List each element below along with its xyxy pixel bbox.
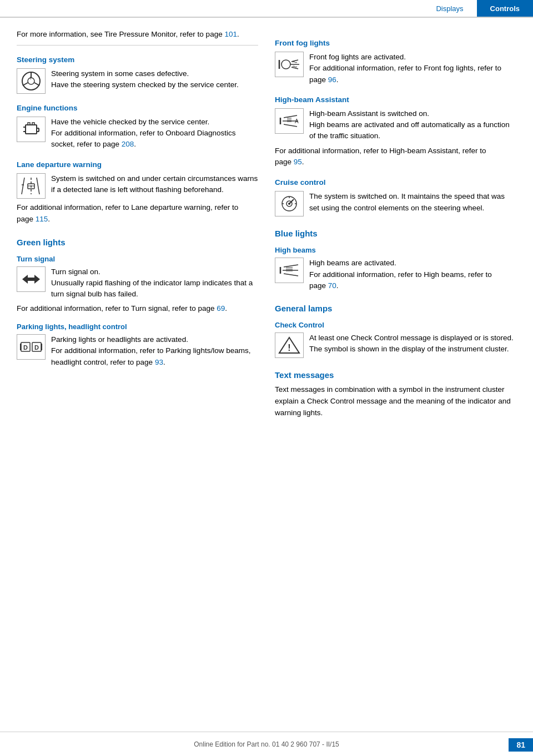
svg-point-43	[288, 203, 290, 205]
check-control-text: At least one Check Control message is di…	[309, 332, 516, 358]
front-fog-lights-block: Front fog lights are activated. For addi…	[275, 52, 516, 85]
high-beam-page-link[interactable]: 95	[294, 158, 302, 166]
steering-warning-icon: !	[17, 68, 46, 94]
tab-displays[interactable]: Displays	[423, 0, 476, 17]
parking-lights-block: D D Parking lights or headlights are act…	[17, 334, 258, 368]
cruise-control-icon	[275, 191, 304, 216]
high-beams-icon	[275, 258, 304, 283]
cruise-control-block: The system is switched on. It maintains …	[275, 191, 516, 216]
svg-text:D: D	[23, 344, 28, 351]
lane-departure-title: Lane departure warning	[17, 160, 258, 169]
svg-text:D: D	[34, 344, 39, 351]
engine-page-link[interactable]: 208	[122, 140, 134, 148]
svg-rect-8	[32, 123, 34, 125]
svg-line-50	[284, 274, 298, 276]
svg-rect-7	[28, 123, 30, 125]
lane-departure-more: For additional information, refer to Lan…	[17, 202, 258, 225]
page-header: Displays Controls	[0, 0, 533, 18]
page-content: For more information, see Tire Pressure …	[0, 18, 533, 456]
turn-signal-icon	[17, 266, 46, 292]
front-fog-lights-text: Front fog lights are activated. For addi…	[309, 52, 516, 85]
lane-departure-text: System is switched on and under certain …	[51, 173, 258, 199]
check-control-icon: !	[275, 332, 304, 358]
svg-text:!: !	[30, 75, 32, 80]
svg-line-15	[22, 178, 24, 194]
page-number: 81	[509, 738, 533, 752]
svg-line-35	[284, 124, 297, 127]
high-beams-title: High beams	[275, 246, 516, 254]
engine-icon	[17, 117, 46, 142]
high-beams-block: High beams are activated. For additional…	[275, 258, 516, 291]
high-beams-page-link[interactable]: 70	[328, 281, 336, 290]
intro-page-link[interactable]: 101	[224, 30, 237, 38]
front-fog-lights-title: Front fog lights	[275, 39, 516, 47]
lane-departure-icon	[17, 173, 46, 199]
parking-page-link[interactable]: 93	[155, 358, 163, 366]
green-lights-title: Green lights	[17, 238, 258, 247]
high-beam-assistant-title: High-beam Assistant	[275, 95, 516, 104]
svg-text:A: A	[295, 118, 299, 124]
engine-functions-block: Have the vehicle checked by the service …	[17, 117, 258, 150]
general-lamps-title: General lamps	[275, 304, 516, 313]
turn-signal-page-link[interactable]: 69	[217, 304, 225, 313]
front-fog-lights-icon	[275, 52, 304, 77]
steering-system-text: Steering system in some cases defective.…	[51, 68, 258, 94]
high-beam-assistant-text: High-beam Assistant is switched on. High…	[309, 108, 516, 142]
header-tabs: Displays Controls	[423, 0, 533, 17]
high-beam-assistant-block: A High-beam Assistant is switched on. Hi…	[275, 108, 516, 142]
divider-top	[17, 45, 258, 46]
steering-system-title: Steering system	[17, 56, 258, 64]
high-beams-text: High beams are activated. For additional…	[309, 258, 516, 291]
svg-line-3	[23, 83, 28, 85]
engine-functions-title: Engine functions	[17, 104, 258, 112]
svg-point-27	[281, 60, 290, 69]
lane-page-link[interactable]: 115	[36, 215, 48, 223]
footer: Online Edition for Part no. 01 40 2 960 …	[0, 732, 533, 756]
svg-line-29	[291, 60, 298, 62]
svg-marker-20	[22, 275, 40, 284]
footer-text: Online Edition for Part no. 01 40 2 960 …	[194, 740, 339, 748]
svg-line-34	[284, 115, 297, 118]
svg-line-49	[284, 265, 298, 267]
svg-rect-6	[26, 125, 37, 134]
text-messages-body: Text messages in combination with a symb…	[275, 384, 516, 419]
blue-lights-title: Blue lights	[275, 229, 516, 238]
steering-system-block: ! Steering system in some cases defectiv…	[17, 68, 258, 94]
svg-line-30	[291, 67, 298, 69]
lane-departure-block: System is switched on and under certain …	[17, 173, 258, 199]
intro-paragraph: For more information, see Tire Pressure …	[17, 29, 258, 41]
check-control-title: Check Control	[275, 321, 516, 329]
parking-lights-title: Parking lights, headlight control	[17, 322, 258, 331]
turn-signal-block: Turn signal on. Unusually rapid flashing…	[17, 266, 258, 300]
turn-signal-text: Turn signal on. Unusually rapid flashing…	[51, 266, 258, 300]
left-column: For more information, see Tire Pressure …	[17, 29, 258, 422]
cruise-control-title: Cruise control	[275, 178, 516, 187]
fog-page-link[interactable]: 96	[328, 75, 336, 84]
parking-lights-icon: D D	[17, 334, 46, 360]
svg-line-16	[37, 178, 39, 194]
turn-signal-title: Turn signal	[17, 255, 258, 263]
high-beam-more: For additional information, refer to Hig…	[275, 145, 516, 169]
text-messages-title: Text messages	[275, 370, 516, 380]
parking-lights-text: Parking lights or headlights are activat…	[51, 334, 258, 368]
high-beam-assistant-icon: A	[275, 108, 304, 134]
engine-functions-text: Have the vehicle checked by the service …	[51, 117, 258, 150]
check-control-block: ! At least one Check Control message is …	[275, 332, 516, 358]
tab-controls[interactable]: Controls	[477, 0, 533, 17]
svg-text:!: !	[288, 343, 290, 352]
svg-line-4	[34, 83, 39, 85]
turn-signal-more: For additional information, refer to Tur…	[17, 303, 258, 315]
cruise-control-text: The system is switched on. It maintains …	[309, 191, 516, 216]
right-column: Front fog lights Front fog lights are ac…	[275, 29, 516, 422]
